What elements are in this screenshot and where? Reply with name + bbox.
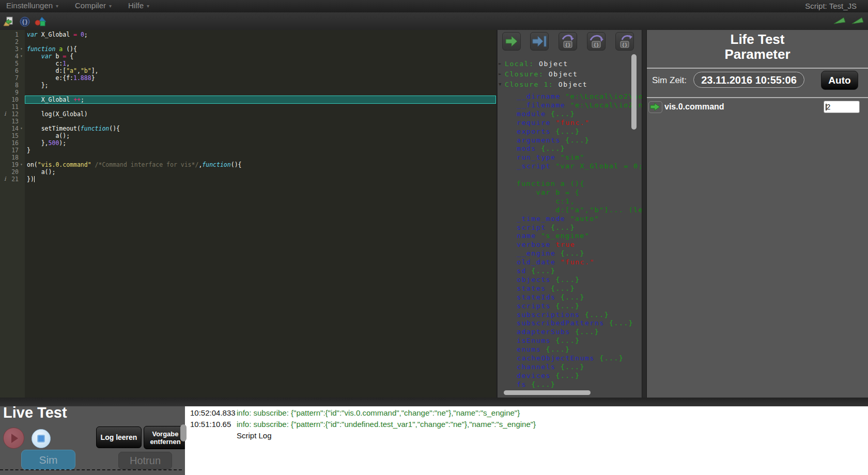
debug-continue-button[interactable] [502,32,521,51]
code-line-20[interactable]: a(); [27,168,55,176]
gutter-line-3[interactable]: 3▾ [0,45,25,53]
gutter-line-20[interactable]: 20 [0,168,25,176]
code-token: ; [81,96,84,103]
gutter-line-12[interactable]: i12 [0,110,25,118]
gutter-line-15[interactable]: 15 [0,132,25,139]
code-line-3[interactable]: function a (){ [27,45,77,53]
fold-caret-icon[interactable]: ▾ [20,45,23,53]
tree-item-channels[interactable]: channels {...} [498,362,642,371]
gutter-line-7[interactable]: 7 [0,74,25,82]
code-line-19[interactable]: on("vis.0.command" /*Command interface f… [27,161,241,168]
objects-icon[interactable] [35,16,47,27]
gutter-line-4[interactable]: 4▾ [0,53,25,60]
code-line-7[interactable]: e:{f:1.888} [27,74,95,82]
tree-item-subscriptions[interactable]: subscriptions {...} [498,310,642,319]
tree-item-sd[interactable]: sd {...} [498,266,642,275]
collapsed-arrow-icon[interactable]: ► [499,70,501,78]
globe-braces-icon[interactable]: {} [19,16,32,27]
flag-icon[interactable] [833,16,846,25]
gutter-line-6[interactable]: 6 [0,67,25,74]
tree-key: subscriptions [517,311,585,319]
gutter-line-5[interactable]: 5 [0,60,25,67]
code-line-1[interactable]: var X_Global = 0; [27,31,88,38]
gutter-line-1[interactable]: 1 [0,31,25,38]
tree-item-script[interactable]: script {...} [498,223,642,232]
scope-local[interactable]: ►Local: Object [498,59,642,68]
gutter-line-2[interactable]: 2 [0,38,25,45]
play-button[interactable] [3,427,24,449]
expanded-arrow-icon[interactable]: ▼ [499,80,501,89]
code-line-12[interactable]: log(X_Global) [27,110,88,118]
horizontal-scrollbar-thumb[interactable] [504,390,591,395]
gutter-line-11[interactable]: 11 [0,103,25,110]
tree-item-adapterSubs[interactable]: adapterSubs {...} [498,327,642,336]
tree-value: {...} [561,363,585,371]
tree-item-cacheObjectEnums[interactable]: cacheObjectEnums {...} [498,354,642,362]
tree-item-mods[interactable]: mods {...} [498,144,642,153]
code-line-5[interactable]: c:1, [27,60,70,67]
fold-caret-icon[interactable]: ▾ [20,53,23,60]
log-scrollbar-thumb[interactable] [180,424,187,441]
fold-caret-icon[interactable]: ▾ [20,125,23,132]
code-line-8[interactable]: }; [27,82,49,89]
gutter-line-21[interactable]: i21 [0,176,25,183]
tree-item-__engine[interactable]: __engine {...} [498,249,642,258]
debug-run-to-cursor-button[interactable] [530,32,549,51]
flag-icon[interactable] [851,16,864,25]
tree-item-fs[interactable]: fs {...} [498,380,642,389]
sim-zeit-label: Sim Zeit: [652,75,687,86]
code-line-14[interactable]: setTimeout(function(){ [27,125,120,132]
code-line-17[interactable]: } [27,147,30,154]
code-line-21[interactable]: }) [27,176,35,183]
code-line-6[interactable]: d:["a","b"], [27,67,99,74]
panel-divider[interactable] [642,30,647,398]
gutter-line-13[interactable]: 13 [0,118,25,125]
code-editor[interactable]: 123▾4▾567891011i121314▾1516171819▾20i21 … [0,30,496,398]
tree-item-module[interactable]: module {...} [498,109,642,118]
hotrun-button[interactable]: Hotrun [118,452,172,469]
menu-einstellungen[interactable]: Einstellungen▾ [6,1,58,10]
tree-item-devices[interactable]: devices {...} [498,371,642,380]
tree-item-enums[interactable]: enums {...} [498,345,642,354]
fold-caret-icon[interactable]: ▾ [20,161,23,168]
tree-item-scripts[interactable]: scripts {...} [498,302,642,310]
collapsed-arrow-icon[interactable]: ► [499,59,501,68]
step-into-icon[interactable]: {} [559,32,577,51]
gutter-line-9[interactable]: 9 [0,89,25,96]
gutter-line-19[interactable]: 19▾ [0,161,25,168]
code-token: function [81,125,109,132]
step-over-icon[interactable]: {} [587,32,606,51]
code-line-15[interactable]: a(); [27,132,70,139]
gutter-line-14[interactable]: 14▾ [0,125,25,132]
code-line-4[interactable]: var b = { [27,53,73,60]
open-script-icon[interactable] [3,16,15,27]
tree-item-states[interactable]: states {...} [498,284,642,293]
command-value-input[interactable]: 2 [824,101,860,113]
vertical-scrollbar-thumb[interactable] [631,54,637,130]
tree-item-exports[interactable]: exports {...} [498,127,642,136]
menu-hilfe[interactable]: Hilfe▾ [128,1,149,10]
gutter-line-8[interactable]: 8 [0,82,25,89]
tree-item-objects[interactable]: objects {...} [498,275,642,284]
menu-compiler[interactable]: Compiler▾ [75,1,112,10]
tree-item-subscribedPatterns[interactable]: subscribedPatterns {...} [498,319,642,327]
code-line-10[interactable]: X_Global ++; [27,96,84,103]
code-line-16[interactable]: },500); [27,139,66,147]
step-out-icon[interactable]: {} [615,32,634,51]
auto-button[interactable]: Auto [821,71,858,90]
gutter-line-17[interactable]: 17 [0,147,25,154]
sim-zeit-value[interactable]: 23.11.2016 10:55:06 [693,72,804,88]
scope-closure[interactable]: ►Closure: Object [498,70,642,78]
tree-item-isEnums[interactable]: isEnums {...} [498,336,642,345]
stop-button[interactable] [32,429,51,448]
editor-gutter[interactable]: 123▾4▾567891011i121314▾1516171819▾20i21 [0,30,25,398]
gutter-line-10[interactable]: 10 [0,96,25,103]
resize-handle[interactable] [0,469,182,470]
log-clear-button[interactable]: Log leeren [96,426,142,448]
sim-button[interactable]: Sim [21,450,75,470]
gutter-line-16[interactable]: 16 [0,139,25,147]
gutter-line-18[interactable]: 18 [0,154,25,161]
scope-closure-1[interactable]: ▼Closure 1: Object [498,80,642,89]
tree-item-arguments[interactable]: arguments {...} [498,136,642,145]
tree-item-stateIds[interactable]: stateIds {...} [498,293,642,302]
